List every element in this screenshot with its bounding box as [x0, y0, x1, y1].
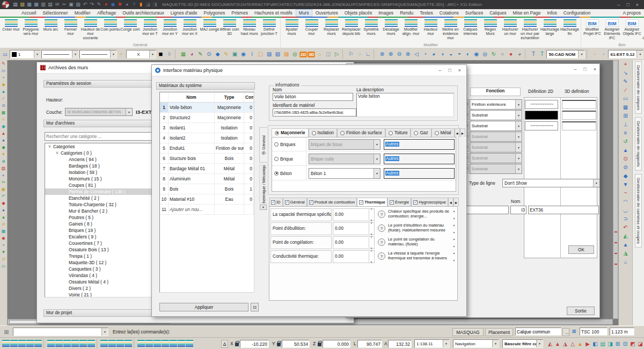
zoom-tool-icon[interactable]: ◎: [481, 50, 489, 59]
zoom-tool-icon[interactable]: ⊖: [395, 50, 403, 59]
tool-icon[interactable]: ↶: [2, 193, 5, 200]
ribbon-button-d-finir-jonction-t[interactable]: Définir jonction T: [259, 18, 279, 40]
view-tool-icon[interactable]: ◧: [591, 339, 599, 348]
tree-item-permis-de-construire-130[interactable]: Permis de Construire ( 130 ): [45, 188, 158, 195]
toolbar-icon[interactable]: ◫: [324, 50, 332, 59]
ribbon-button-calques-internes[interactable]: Calques internes: [460, 18, 480, 40]
tab-scroll-right[interactable]: ▸: [460, 128, 465, 137]
x-junction-icon[interactable]: [79, 340, 87, 347]
zoom-tool-icon[interactable]: ◐: [464, 50, 472, 59]
zoom-tool-icon[interactable]: ⊕: [378, 50, 386, 59]
hatch-wall-icon[interactable]: [186, 340, 193, 347]
tool-icon[interactable]: ◉: [2, 123, 5, 130]
ribbon-button-polygone-vers-mur[interactable]: Polygone vers mur: [21, 18, 41, 40]
draw-tool-icon[interactable]: ▼: [623, 180, 628, 189]
ribbon-button-hachurage-fin[interactable]: Hachurage fin: [560, 18, 580, 40]
quick-access-icon[interactable]: ▤: [47, 1, 53, 9]
wall-arc-icon[interactable]: [18, 340, 26, 347]
tool-icon[interactable]: ≡: [2, 116, 5, 123]
draw-tool-icon[interactable]: +: [624, 60, 627, 69]
length-field[interactable]: 90.747: [357, 340, 382, 348]
material-name-input[interactable]: [273, 93, 353, 101]
tool-icon[interactable]: ◉: [2, 235, 5, 242]
view-3d-badge[interactable]: 3D: [308, 52, 315, 57]
tool-icon[interactable]: ●: [2, 137, 5, 144]
text-tool-icon[interactable]: T: [538, 50, 546, 59]
update-fillet-icon[interactable]: [87, 340, 95, 347]
detach-button[interactable]: ⊡: [251, 303, 259, 311]
menu-tab-outils-architecturaux[interactable]: Outils architecturaux: [119, 9, 167, 17]
scroll-arrows[interactable]: ▲▼: [452, 223, 456, 235]
name-extra-field[interactable]: [462, 206, 509, 214]
minimize-button[interactable]: –: [617, 2, 620, 8]
toolbar-icon[interactable]: ▣: [231, 50, 239, 59]
tool-icon[interactable]: ●: [2, 207, 5, 214]
material-combo[interactable]: Béton 1: [309, 168, 380, 179]
draw-tool-icon[interactable]: ✎: [623, 77, 627, 86]
tree-item-briques-19[interactable]: Briques ( 19 ): [45, 227, 158, 234]
checkbox-icon[interactable]: [413, 200, 418, 205]
toolbar-icon[interactable]: ◌: [355, 50, 363, 59]
draw-tool-icon[interactable]: ◭: [624, 232, 628, 241]
quick-access-icon[interactable]: ▤: [12, 1, 18, 9]
replace-wall-icon[interactable]: [145, 340, 153, 347]
scroll-arrows[interactable]: ▲▼: [452, 237, 456, 249]
tool-icon[interactable]: ◐: [2, 172, 5, 179]
table-row[interactable]: 1Voile bétonMaçonnerie0: [160, 103, 254, 113]
corner-tool-icon[interactable]: ⌐: [118, 50, 126, 59]
function-combo[interactable]: Substrat: [470, 121, 522, 131]
draw-tool-icon[interactable]: ⌂: [624, 258, 627, 266]
materials-table[interactable]: NomTypeCompt1Voile bétonMaçonnerie02Stru…: [159, 92, 254, 293]
draw-tool-icon[interactable]: ↶: [623, 223, 627, 232]
tree-item-toiture-charpente-32[interactable]: Toiture-Charpente ( 32 ): [45, 201, 158, 208]
tree-item-monomurs-15[interactable]: Monomurs ( 15 ): [45, 176, 158, 182]
ribbon-button-maj-cong[interactable]: MAJ congé: [200, 18, 219, 40]
ribbon-button-hachurer-un-mur-par-chantillon[interactable]: Hachurer un mur par échantillon: [520, 18, 540, 40]
quick-access-icon[interactable]: ●: [103, 1, 109, 9]
tree-item-casquettes-3[interactable]: Casquettes ( 3 ): [45, 266, 158, 272]
name-prefix-field[interactable]: [510, 206, 526, 214]
function-combo[interactable]: Substrat: [470, 164, 522, 174]
draw-tool-icon[interactable]: ~: [624, 189, 627, 198]
tool-icon[interactable]: ▨: [2, 165, 6, 172]
description-field[interactable]: Voile béton: [356, 93, 454, 117]
exit-button[interactable]: Sortie: [567, 307, 595, 315]
view-tool-icon[interactable]: ▲: [554, 339, 561, 348]
draw-tool-icon[interactable]: ≡: [624, 129, 627, 137]
tree-item-divers-2[interactable]: Divers ( 2 ): [45, 285, 158, 292]
pen-settings-icon[interactable]: ⚏: [1, 50, 9, 59]
category-search-input[interactable]: [45, 132, 158, 141]
ribbon-button-cr-er-mur[interactable]: Créer mur: [1, 18, 21, 40]
draw-tool-icon[interactable]: ▦: [623, 103, 628, 112]
view-tool-icon[interactable]: ▲: [576, 339, 584, 348]
ribbon-button-hauteur-de-mur-courante[interactable]: Hauteur de mur courante: [80, 18, 100, 40]
spinner[interactable]: ▲▼: [369, 251, 374, 262]
property-tab-g-n-ral[interactable]: Général: [283, 198, 307, 206]
menu-tab-accueil[interactable]: Accueil: [18, 9, 39, 17]
manager-tab-gestionnaire-de-cam-ras-et-coupes[interactable]: Gestionnaire de caméras et coupes: [635, 174, 642, 248]
spinner[interactable]: ▲▼: [369, 209, 374, 220]
autres-field[interactable]: Autres: [384, 139, 455, 150]
property-tab-id[interactable]: ID: [269, 198, 283, 206]
checkbox-icon[interactable]: [309, 200, 313, 205]
distance-field[interactable]: 1.123 m: [610, 328, 634, 336]
menu-tab-cotations[interactable]: Cotations: [436, 9, 462, 17]
function-combo[interactable]: Substrat: [470, 132, 522, 142]
table-row[interactable]: 9BoisBois1: [160, 184, 254, 194]
y-junction-icon[interactable]: [71, 340, 79, 347]
toolbar-icon[interactable]: ◎: [291, 50, 299, 59]
tree-item-anciens-94[interactable]: Anciens ( 94 ): [45, 156, 158, 163]
delta-toggle[interactable]: Δ: [221, 340, 228, 348]
ribbon-button-replacer-murs[interactable]: Replacer murs: [321, 18, 341, 40]
ribbon-button-coin-pointu[interactable]: Coin pointu: [100, 18, 120, 40]
quick-access-icon[interactable]: ✎: [96, 1, 102, 9]
view-tool-icon[interactable]: ◪: [636, 339, 644, 348]
tree-item-ossature-bois-13[interactable]: Ossature Bois ( 13 ): [45, 246, 158, 253]
table-row[interactable]: 5Enduit1Finition de surf...0: [160, 143, 254, 154]
tree-node[interactable]: ˅Catégories ( 0 ): [45, 150, 158, 156]
function-combo[interactable]: Substrat: [470, 142, 522, 152]
view-tool-icon[interactable]: ▤: [599, 339, 606, 348]
quick-access-icon[interactable]: ▨: [75, 1, 81, 9]
menu-tab-surfaces[interactable]: Surfaces: [462, 9, 487, 17]
menu-tab-modifier[interactable]: Modifier: [71, 9, 94, 17]
